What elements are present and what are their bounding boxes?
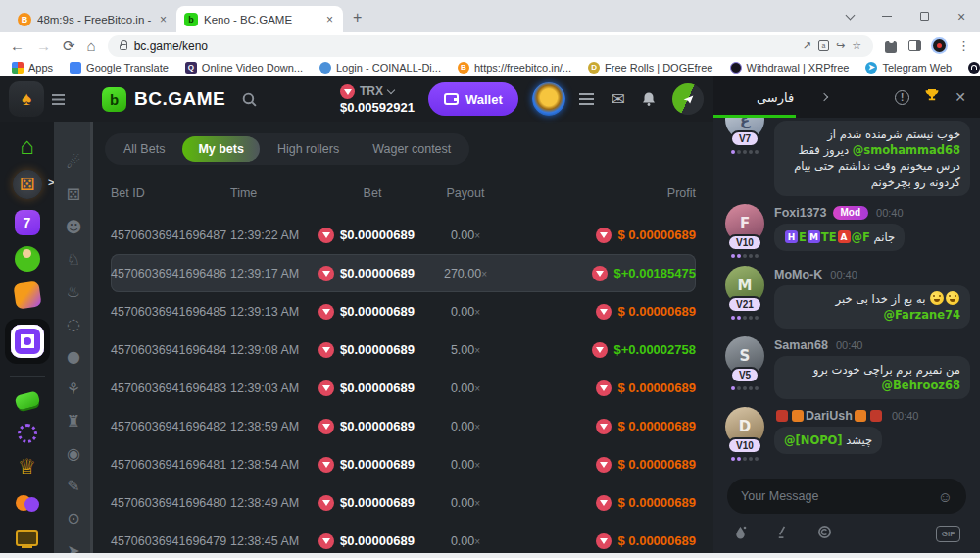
open-in-new-icon[interactable]: ↗ <box>803 39 811 52</box>
chevron-right-icon[interactable] <box>820 93 828 101</box>
sidebar-item-vip[interactable] <box>15 454 40 480</box>
chat-mention[interactable]: @F <box>852 230 870 244</box>
bet-row[interactable]: 4570603694169648712:39:22 AM$0.000006890… <box>111 216 696 254</box>
game-category-icon-comet[interactable]: ☄ <box>64 153 83 172</box>
sidebar-item-lottery[interactable] <box>13 280 41 309</box>
chat-mention[interactable]: @Behrooz68 <box>882 379 960 392</box>
notifications-bell-icon[interactable] <box>641 91 657 107</box>
bookmark-item[interactable]: ➤Telegram Web <box>865 62 952 74</box>
bet-row[interactable]: 4570603694169648312:39:03 AM$0.000006890… <box>111 369 696 407</box>
chat-close-icon[interactable]: ✕ <box>955 89 966 105</box>
chat-toggle-icon[interactable] <box>672 83 704 115</box>
bets-tab-high-rollers[interactable]: High rollers <box>262 136 355 162</box>
game-category-icon-knight[interactable]: ♘ <box>64 250 83 269</box>
game-category-icon-tower[interactable]: ♜ <box>64 412 83 431</box>
sidebar-item-home[interactable] <box>15 133 40 159</box>
bookmark-item[interactable]: Google Translate <box>70 62 169 74</box>
new-tab-button[interactable]: + <box>353 9 362 26</box>
bookmark-star-icon[interactable]: ☆ <box>852 39 861 52</box>
chat-mention[interactable]: @Farzane74 <box>883 308 960 322</box>
bookmark-item[interactable]: Bhttps://freebitco.in/... <box>458 62 571 74</box>
forward-icon[interactable]: → <box>36 38 51 53</box>
chat-tip-coin-icon[interactable] <box>817 525 832 543</box>
tab-close-icon[interactable]: × <box>324 13 335 26</box>
trophy-icon[interactable] <box>924 87 940 107</box>
chat-slash-command-icon[interactable] <box>775 525 790 543</box>
emoji-smiley-icon[interactable]: ☺ <box>938 488 953 505</box>
close-window-button[interactable]: × <box>943 0 980 32</box>
home-icon[interactable]: ⌂ <box>87 38 96 53</box>
chat-mention[interactable]: TE <box>821 230 837 244</box>
minimize-button[interactable] <box>868 0 906 32</box>
side-panel-icon[interactable] <box>908 40 921 51</box>
reload-icon[interactable]: ⟳ <box>63 38 75 53</box>
bet-row[interactable]: 4570603694169647912:38:45 AM$0.000006890… <box>111 522 696 553</box>
chat-language-tab[interactable]: فارسی <box>757 90 794 105</box>
extension-icon[interactable] <box>933 39 946 52</box>
game-category-icon-ring[interactable]: ◌ <box>64 315 83 333</box>
sidebar-item-crash[interactable] <box>15 246 40 272</box>
game-category-icon-monkey[interactable]: ☻ <box>64 218 83 236</box>
sidebar-toggle-icon[interactable] <box>52 94 65 96</box>
chat-username[interactable]: Foxi1373 <box>774 206 827 220</box>
account-menu-icon[interactable] <box>579 93 594 95</box>
user-avatar[interactable] <box>532 82 565 116</box>
bet-row[interactable]: 4570603694169648012:38:49 AM$0.000006890… <box>111 483 696 522</box>
bet-row[interactable]: 4570603694169648512:39:13 AM$0.000006890… <box>111 292 696 330</box>
game-category-icon-pencil[interactable]: ✎ <box>64 477 83 495</box>
chat-mention[interactable]: E <box>799 230 807 244</box>
bets-tab-my-bets[interactable]: My bets <box>182 136 260 162</box>
bet-row[interactable]: 4570603694169648212:38:59 AM$0.000006890… <box>111 407 696 445</box>
browser-menu-icon[interactable]: ⋮ <box>957 38 970 53</box>
restore-button[interactable] <box>906 0 943 32</box>
gif-picker-icon[interactable]: GIF <box>936 526 960 542</box>
browser-tab[interactable]: bKeno - BC.GAME× <box>176 6 343 32</box>
tab-close-icon[interactable]: × <box>158 13 169 26</box>
bet-row[interactable]: 4570603694169648612:39:17 AM$0.000006892… <box>111 254 696 292</box>
bets-tab-all-bets[interactable]: All Bets <box>108 136 180 162</box>
game-category-icon-spring[interactable]: ♨ <box>64 282 83 301</box>
sidebar-item-affiliate[interactable] <box>15 527 40 552</box>
game-category-icon-pearl[interactable]: ● <box>64 347 83 366</box>
chat-message-input[interactable]: Your Message ☺ <box>727 479 966 514</box>
chat-rain-icon[interactable] <box>733 525 748 543</box>
tab-search-icon[interactable] <box>831 0 868 32</box>
browser-tab[interactable]: B48m:9s - FreeBitco.in - Win free× <box>10 6 176 32</box>
bet-row[interactable]: 4570603694169648112:38:54 AM$0.000006890… <box>111 445 696 483</box>
bookmark-item[interactable]: QOnline Video Down... <box>185 62 303 74</box>
bcgame-logo[interactable]: b BC.GAME <box>102 87 225 112</box>
sidebar-item-keno-active[interactable] <box>5 319 50 364</box>
sidebar-item-ticket[interactable] <box>14 390 40 410</box>
chat-mention[interactable]: @smohammad68 <box>853 143 960 157</box>
currency-selector[interactable]: TRX $0.00592921 <box>340 84 415 115</box>
back-icon[interactable]: ← <box>10 38 24 53</box>
chat-username[interactable]: Saman68 <box>774 338 828 352</box>
chat-username[interactable]: DariUsh <box>806 409 853 423</box>
casino-spade-icon[interactable]: ♠ <box>9 81 44 117</box>
url-text[interactable]: bc.game/keno <box>134 39 208 53</box>
extensions-puzzle-icon[interactable] <box>885 41 897 53</box>
chat-username[interactable]: MoMo-K <box>774 268 822 281</box>
sidebar-item-dice[interactable] <box>13 170 42 199</box>
lock-icon[interactable] <box>120 44 127 50</box>
bet-row[interactable]: 4570603694169648412:39:08 AM$0.000006895… <box>111 330 696 369</box>
bets-tab-wager-contest[interactable]: Wager contest <box>357 136 466 162</box>
wallet-button[interactable]: Wallet <box>428 82 518 116</box>
game-category-icon-plinko[interactable]: ⚄ <box>64 185 83 204</box>
game-category-icon-flower[interactable]: ⚘ <box>64 380 83 398</box>
game-category-icon-orb[interactable]: ◉ <box>64 444 83 463</box>
bookmark-item[interactable]: Withdrawal | XRPfree <box>730 62 850 74</box>
sidebar-item-sports[interactable] <box>18 424 37 443</box>
sidebar-item-slots[interactable] <box>15 210 40 235</box>
chat-rules-info-icon[interactable]: ! <box>895 90 909 105</box>
chat-mention[interactable]: @[NOPO] <box>784 433 843 447</box>
bookmark-item[interactable]: Apps <box>12 62 53 74</box>
game-category-icon-timer[interactable]: ⊙ <box>64 509 83 528</box>
bookmark-item[interactable]: Login - COINALL-Di... <box>319 62 441 74</box>
sidebar-item-party[interactable] <box>15 490 40 516</box>
share-icon[interactable]: ↪ <box>836 39 845 52</box>
bookmark-item[interactable]: Speedtest by Ookla... <box>968 62 980 74</box>
bookmark-item[interactable]: DFree Rolls | DOGEfree <box>588 62 712 74</box>
search-icon[interactable] <box>241 91 258 108</box>
translate-icon[interactable]: a <box>818 40 829 51</box>
